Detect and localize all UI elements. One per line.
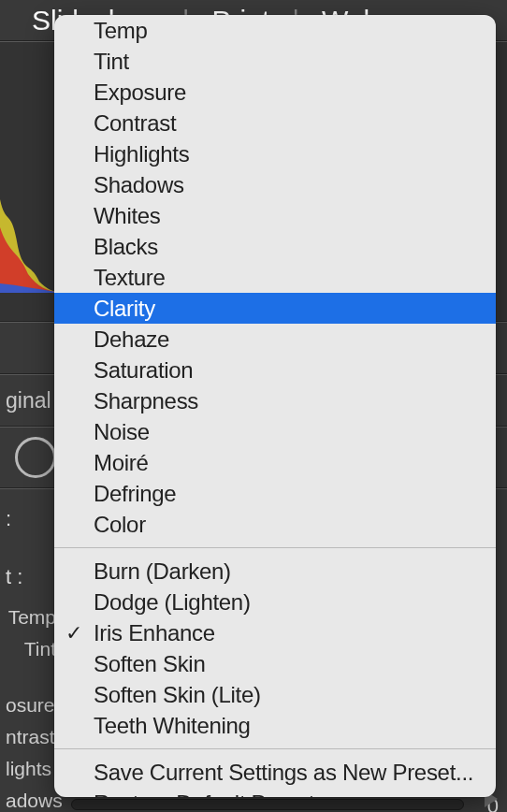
menu-item-label: Noise (94, 419, 150, 444)
menu-item-label: Shadows (94, 172, 184, 197)
menu-item[interactable]: Noise (54, 416, 496, 447)
menu-item-label: Clarity (94, 296, 155, 321)
menu-item-label: Whites (94, 203, 161, 228)
menu-item[interactable]: Blacks (54, 231, 496, 262)
menu-item[interactable]: Sharpness (54, 385, 496, 416)
menu-item[interactable]: Dehaze (54, 324, 496, 355)
menu-item-label: Exposure (94, 80, 186, 105)
menu-item[interactable]: Soften Skin (Lite) (54, 679, 496, 710)
value-slider[interactable]: 0 (71, 799, 464, 810)
menu-item[interactable]: ✓Iris Enhance (54, 617, 496, 648)
effect-context-menu: TempTintExposureContrastHighlightsShadow… (54, 15, 496, 797)
menu-item[interactable]: Texture (54, 262, 496, 293)
adjustment-tool-icon[interactable] (15, 437, 56, 478)
menu-item-label: Highlights (94, 141, 189, 167)
menu-item-label: Dehaze (94, 326, 169, 352)
menu-item-label: Save Current Settings as New Preset... (94, 760, 473, 785)
menu-item[interactable]: Teeth Whitening (54, 710, 496, 741)
menu-item-label: Soften Skin (Lite) (94, 682, 261, 707)
menu-item[interactable]: Temp (54, 15, 496, 46)
menu-item[interactable]: Highlights (54, 138, 496, 169)
menu-item[interactable]: Exposure (54, 77, 496, 108)
menu-item-label: Tint (94, 49, 129, 74)
menu-item[interactable]: Dodge (Lighten) (54, 587, 496, 617)
menu-item-label: Defringe (94, 481, 176, 506)
menu-item-label: Sharpness (94, 388, 198, 413)
menu-item[interactable]: Burn (Darken) (54, 556, 496, 587)
menu-item[interactable]: Whites (54, 200, 496, 231)
menu-item-label: Iris Enhance (94, 620, 215, 645)
menu-item-label: Temp (94, 18, 148, 43)
menu-item[interactable]: Saturation (54, 355, 496, 385)
menu-item-label: Burn (Darken) (94, 558, 231, 584)
menu-item-label: Restore Default Presets (94, 790, 326, 797)
menu-item[interactable]: Soften Skin (54, 648, 496, 679)
menu-item-label: Soften Skin (94, 651, 205, 676)
menu-item-label: Blacks (94, 234, 158, 259)
menu-item-label: Moiré (94, 450, 149, 475)
menu-item[interactable]: Moiré (54, 447, 496, 478)
histogram-icon (0, 171, 56, 293)
menu-item[interactable]: Tint (54, 46, 496, 77)
menu-item[interactable]: Clarity (54, 293, 496, 324)
menu-item-label: Color (94, 512, 146, 537)
menu-item[interactable]: Restore Default Presets (54, 788, 496, 797)
menu-item-label: Texture (94, 265, 166, 290)
menu-item[interactable]: Contrast (54, 108, 496, 138)
menu-separator (54, 547, 496, 548)
checkmark-icon: ✓ (65, 618, 82, 647)
menu-item-label: Teeth Whitening (94, 713, 251, 738)
menu-item-label: Saturation (94, 357, 193, 383)
menu-item[interactable]: Shadows (54, 169, 496, 200)
menu-item-label: Dodge (Lighten) (94, 589, 251, 615)
menu-item[interactable]: Defringe (54, 478, 496, 509)
menu-item[interactable]: Save Current Settings as New Preset... (54, 757, 496, 788)
menu-item-label: Contrast (94, 110, 176, 136)
menu-separator (54, 748, 496, 749)
menu-item[interactable]: Color (54, 509, 496, 540)
